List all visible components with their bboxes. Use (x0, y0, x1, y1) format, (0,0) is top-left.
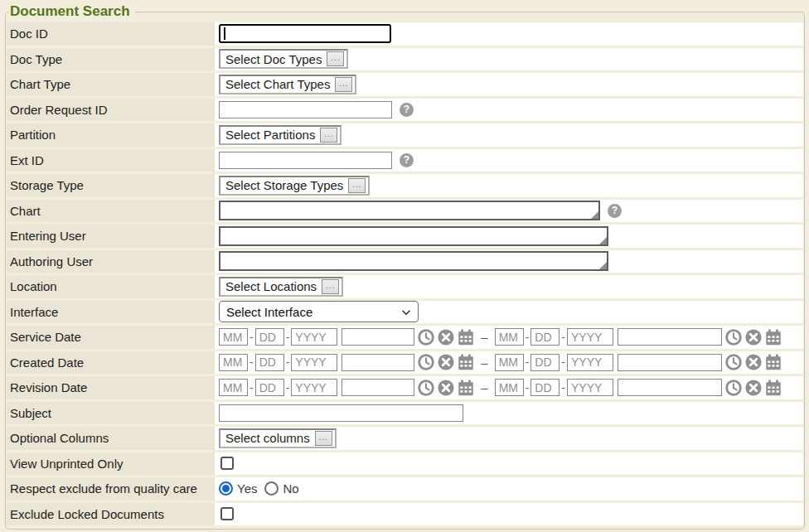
more-options-button[interactable]: ... (348, 178, 366, 193)
from-day-input[interactable] (255, 354, 284, 371)
field-label: Doc ID (7, 22, 215, 46)
clock-icon[interactable] (418, 380, 434, 396)
from-time-input[interactable] (342, 379, 414, 396)
date-field-separator: - (526, 331, 530, 344)
date-field-separator: - (561, 381, 565, 394)
row-storage-type: Storage Type Select Storage Types ... (7, 174, 803, 197)
field-label: Chart Type (7, 73, 215, 96)
field-label: Created Date (7, 351, 215, 375)
calendar-icon[interactable] (458, 380, 474, 396)
help-icon[interactable]: ? (400, 103, 414, 117)
date-field-separator: - (561, 331, 565, 344)
from-year-input[interactable] (291, 328, 337, 346)
quality-care-radio-no[interactable] (264, 481, 279, 496)
clock-icon[interactable] (725, 354, 742, 370)
field-label: View Unprinted Only (7, 452, 215, 476)
service-date-range: - - – - - (215, 326, 803, 349)
exclude-locked-documents-checkbox[interactable] (220, 507, 234, 520)
doc-type-picker[interactable]: Select Doc Types ... (219, 49, 348, 69)
from-time-input[interactable] (342, 328, 414, 346)
calendar-icon[interactable] (765, 329, 782, 346)
field-label: Authoring User (7, 250, 215, 273)
field-label: Exclude Locked Documents (7, 503, 215, 526)
picker-label: Select Doc Types (225, 52, 322, 66)
quality-care-radio-yes[interactable] (219, 481, 233, 496)
from-month-input[interactable] (219, 328, 248, 346)
calendar-icon[interactable] (765, 380, 782, 396)
entering-user-textarea[interactable] (219, 226, 608, 246)
field-label: Subject (7, 402, 215, 425)
row-exclude-locked-documents: Exclude Locked Documents (7, 503, 803, 526)
to-year-input[interactable] (567, 354, 613, 371)
field-label: Optional Columns (7, 427, 215, 450)
calendar-icon[interactable] (458, 329, 474, 346)
to-time-input[interactable] (618, 354, 722, 371)
view-unprinted-only-checkbox[interactable] (220, 457, 234, 470)
interface-select[interactable]: Select Interface (219, 301, 419, 322)
chart-textarea[interactable] (219, 201, 600, 220)
field-label: Revision Date (7, 376, 215, 399)
doc-id-input[interactable] (219, 24, 391, 43)
order-request-id-input[interactable] (219, 101, 392, 118)
to-day-input[interactable] (530, 328, 560, 346)
more-options-button[interactable]: ... (320, 128, 337, 143)
more-options-button[interactable]: ... (315, 431, 332, 446)
location-picker[interactable]: Select Locations ... (219, 277, 343, 297)
optional-columns-picker[interactable]: Select columns ... (219, 428, 337, 448)
row-doc-type: Doc Type Select Doc Types ... (7, 48, 803, 71)
clear-icon[interactable] (438, 329, 454, 346)
clock-icon[interactable] (418, 354, 434, 370)
clear-icon[interactable] (438, 380, 454, 396)
date-field-separator: - (526, 381, 530, 394)
to-time-input[interactable] (618, 379, 722, 396)
clear-icon[interactable] (745, 354, 762, 370)
date-field-separator: - (286, 381, 290, 394)
to-month-input[interactable] (495, 354, 524, 371)
subject-input[interactable] (219, 404, 463, 422)
more-options-button[interactable]: ... (335, 77, 352, 92)
row-view-unprinted-only: View Unprinted Only (7, 452, 803, 476)
to-day-input[interactable] (530, 354, 560, 371)
clear-icon[interactable] (438, 354, 454, 370)
to-year-input[interactable] (567, 379, 613, 396)
document-search-panel: Document Search Doc ID Doc Type Select D… (5, 3, 805, 530)
to-day-input[interactable] (530, 379, 560, 396)
from-month-input[interactable] (219, 354, 248, 371)
date-field-separator: - (286, 355, 290, 369)
to-time-input[interactable] (618, 328, 722, 346)
to-month-input[interactable] (495, 379, 524, 396)
help-icon[interactable]: ? (608, 204, 622, 218)
to-month-input[interactable] (495, 328, 524, 346)
clear-icon[interactable] (745, 380, 762, 396)
from-day-input[interactable] (255, 328, 284, 346)
help-icon[interactable]: ? (400, 153, 414, 167)
row-respect-exclude-quality-care: Respect exclude from quality care Yes No (7, 477, 803, 501)
clock-icon[interactable] (418, 329, 434, 346)
partition-picker[interactable]: Select Partitions ... (219, 125, 342, 145)
field-label: Storage Type (7, 174, 215, 197)
created-date-range: - - – - - (215, 351, 803, 375)
from-month-input[interactable] (219, 379, 248, 396)
date-range-separator: – (481, 330, 487, 344)
from-year-input[interactable] (291, 354, 337, 371)
clock-icon[interactable] (725, 380, 742, 396)
from-year-input[interactable] (291, 379, 337, 396)
calendar-icon[interactable] (765, 354, 782, 370)
date-field-separator: - (526, 355, 530, 369)
row-authoring-user: Authoring User (7, 250, 803, 273)
calendar-icon[interactable] (458, 354, 474, 370)
to-year-input[interactable] (567, 328, 613, 346)
date-field-separator: - (249, 381, 254, 394)
more-options-button[interactable]: ... (327, 51, 344, 66)
storage-type-picker[interactable]: Select Storage Types ... (219, 176, 370, 196)
from-time-input[interactable] (342, 354, 414, 371)
more-options-button[interactable]: ... (322, 279, 339, 294)
row-interface: Interface Select Interface (7, 301, 803, 324)
chart-type-picker[interactable]: Select Chart Types ... (219, 75, 356, 94)
clear-icon[interactable] (745, 329, 762, 346)
clock-icon[interactable] (725, 329, 742, 346)
from-day-input[interactable] (255, 379, 284, 396)
authoring-user-textarea[interactable] (219, 251, 608, 271)
ext-id-input[interactable] (219, 152, 392, 169)
date-range-separator: – (481, 380, 487, 394)
